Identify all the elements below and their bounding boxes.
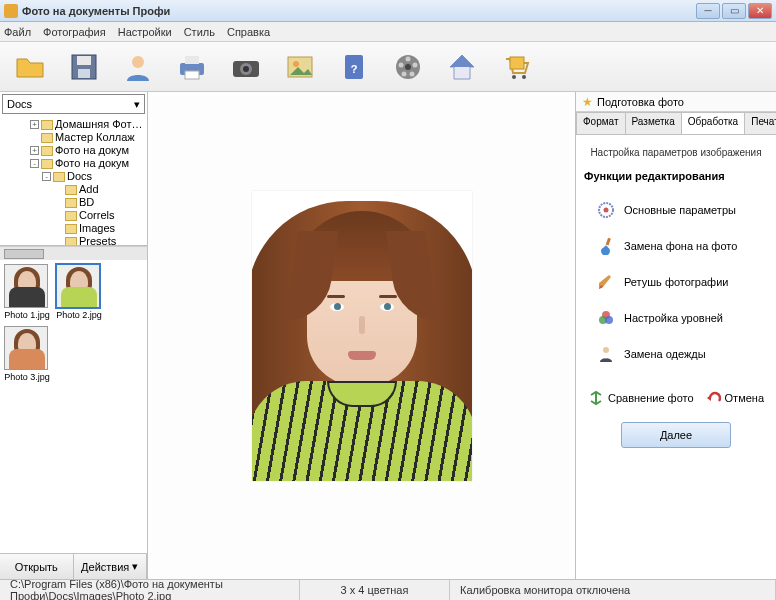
right-pane: ★ Подготовка фото Формат Разметка Обрабо… [576,92,776,579]
titlebar: Фото на документы Профи ─ ▭ ✕ [0,0,776,22]
fn-basic-params[interactable]: Основные параметры [596,200,768,220]
svg-point-20 [399,62,404,67]
svg-rect-6 [185,71,199,79]
svg-point-15 [405,64,411,70]
tree-item[interactable]: Мастер Коллаж [2,131,145,144]
menu-style[interactable]: Стиль [184,26,215,38]
statusbar: C:\Program Files (x86)\Фото на документы… [0,579,776,600]
maximize-button[interactable]: ▭ [722,3,746,19]
tree-item[interactable]: Presets [2,235,145,246]
thumbnail[interactable]: Photo 1.jpg [4,264,50,320]
tree-item[interactable]: Correls [2,209,145,222]
paint-icon [596,236,616,256]
thumbnail-list: Photo 1.jpgPhoto 2.jpgPhoto 3.jpg [0,260,147,553]
actions-button[interactable]: Действия ▾ [74,554,148,579]
svg-point-19 [402,71,407,76]
tree-scrollbar[interactable] [0,246,147,260]
tab-subtitle: Настройка параметров изображения [584,147,768,158]
left-pane: Docs ▾ +Домашняя Фот…Мастер Коллаж+Фото … [0,92,148,579]
svg-point-25 [604,208,609,213]
status-path: C:\Program Files (x86)\Фото на документы… [0,580,300,600]
tree-item[interactable]: +Фото на докум [2,144,145,157]
svg-rect-5 [185,56,199,64]
preview-area [148,92,576,579]
compare-button[interactable]: Сравнение фото [588,390,694,406]
toolbar-open[interactable] [12,49,48,85]
right-header: Подготовка фото [597,96,684,108]
rgb-icon [596,308,616,328]
tree-item[interactable]: +Домашняя Фот… [2,118,145,131]
chevron-down-icon: ▾ [134,98,140,111]
svg-point-23 [522,75,526,79]
fn-clothes[interactable]: Замена одежды [596,344,768,364]
toolbar-home[interactable] [444,49,480,85]
toolbar-camera[interactable] [228,49,264,85]
tabs: Формат Разметка Обработка Печать [576,112,776,134]
svg-point-29 [605,316,613,324]
undo-button[interactable]: Отмена [705,390,764,406]
svg-point-22 [512,75,516,79]
next-button[interactable]: Далее [621,422,731,448]
app-icon [4,4,18,18]
svg-point-9 [243,66,249,72]
preview-photo[interactable] [252,191,472,481]
folder-combo-value: Docs [7,98,32,110]
svg-rect-2 [78,69,90,78]
svg-rect-21 [510,57,524,69]
toolbar-cart[interactable] [498,49,534,85]
tab-layout[interactable]: Разметка [625,112,682,134]
tree-item[interactable]: Add [2,183,145,196]
svg-point-30 [603,347,609,353]
tab-process[interactable]: Обработка [681,112,745,134]
gear-icon [596,200,616,220]
toolbar-save[interactable] [66,49,102,85]
undo-icon [705,390,721,406]
open-button[interactable]: Открыть [0,554,74,579]
svg-rect-26 [606,238,611,246]
status-info: 3 x 4 цветная [300,580,450,600]
folder-combo[interactable]: Docs ▾ [2,94,145,114]
minimize-button[interactable]: ─ [696,3,720,19]
svg-point-3 [132,56,144,68]
toolbar-image[interactable] [282,49,318,85]
fn-replace-bg[interactable]: Замена фона на фото [596,236,768,256]
brush-icon [596,272,616,292]
menubar: Файл Фотография Настройки Стиль Справка [0,22,776,42]
tree-item[interactable]: Images [2,222,145,235]
svg-point-17 [413,62,418,67]
tree-item[interactable]: -Docs [2,170,145,183]
thumbnail[interactable]: Photo 3.jpg [4,326,50,382]
tab-format[interactable]: Формат [576,112,626,134]
compare-icon [588,390,604,406]
tree-item[interactable]: BD [2,196,145,209]
menu-help[interactable]: Справка [227,26,270,38]
toolbar: ? [0,42,776,92]
toolbar-help[interactable]: ? [336,49,372,85]
menu-settings[interactable]: Настройки [118,26,172,38]
section-title: Функции редактирования [584,170,768,182]
suit-icon [596,344,616,364]
toolbar-person[interactable] [120,49,156,85]
toolbar-printer[interactable] [174,49,210,85]
svg-point-16 [406,56,411,61]
menu-file[interactable]: Файл [4,26,31,38]
thumbnail[interactable]: Photo 2.jpg [56,264,102,320]
close-button[interactable]: ✕ [748,3,772,19]
menu-photo[interactable]: Фотография [43,26,106,38]
fn-retouch[interactable]: Ретушь фотографии [596,272,768,292]
svg-point-18 [410,71,415,76]
svg-rect-1 [77,56,91,65]
svg-text:?: ? [351,63,358,75]
folder-tree[interactable]: +Домашняя Фот…Мастер Коллаж+Фото на доку… [0,116,147,246]
tab-print[interactable]: Печать [744,112,776,134]
svg-point-11 [293,61,299,67]
toolbar-reel[interactable] [390,49,426,85]
window-title: Фото на документы Профи [22,5,696,17]
fn-levels[interactable]: Настройка уровней [596,308,768,328]
status-calibration: Калибровка монитора отключена [450,580,776,600]
tree-item[interactable]: -Фото на докум [2,157,145,170]
star-icon: ★ [582,95,593,109]
